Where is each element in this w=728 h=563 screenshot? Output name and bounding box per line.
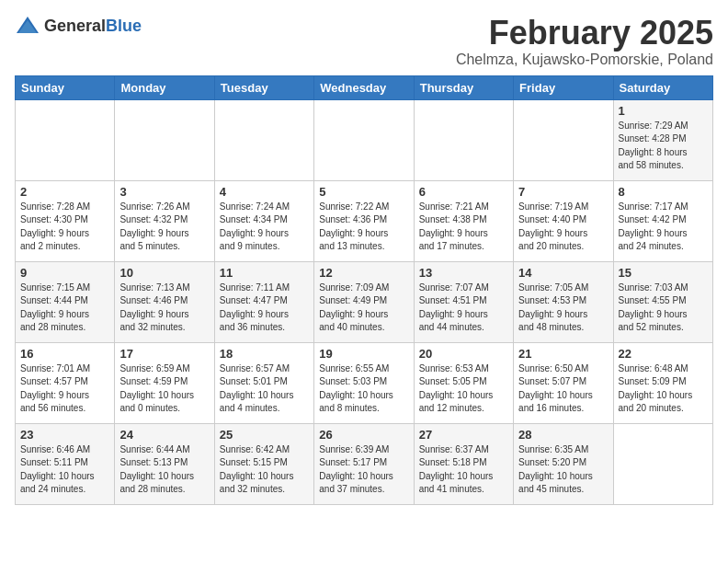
- day-number: 17: [119, 347, 209, 361]
- day-info: Sunrise: 7:28 AM Sunset: 4:30 PM Dayligh…: [20, 201, 109, 254]
- day-info: Sunrise: 6:48 AM Sunset: 5:09 PM Dayligh…: [619, 362, 708, 416]
- day-info: Sunrise: 7:03 AM Sunset: 4:55 PM Dayligh…: [619, 282, 708, 335]
- day-number: 14: [518, 266, 608, 280]
- calendar-header: SundayMondayTuesdayWednesdayThursdayFrid…: [16, 75, 713, 99]
- calendar-cell: 25Sunrise: 6:42 AM Sunset: 5:15 PM Dayli…: [214, 423, 313, 504]
- day-number: 8: [619, 185, 708, 199]
- day-info: Sunrise: 7:21 AM Sunset: 4:38 PM Dayligh…: [419, 201, 508, 254]
- page-header: GeneralBlue February 2025 Chelmza, Kujaw…: [15, 15, 713, 68]
- day-info: Sunrise: 6:35 AM Sunset: 5:20 PM Dayligh…: [518, 443, 608, 497]
- calendar-cell: 13Sunrise: 7:07 AM Sunset: 4:51 PM Dayli…: [414, 261, 513, 342]
- day-number: 15: [619, 266, 708, 280]
- day-number: 4: [220, 185, 309, 199]
- calendar-cell: 27Sunrise: 6:37 AM Sunset: 5:18 PM Dayli…: [414, 423, 513, 504]
- day-number: 22: [619, 347, 708, 361]
- calendar-cell: [16, 99, 115, 180]
- title-block: February 2025 Chelmza, Kujawsko-Pomorski…: [456, 15, 713, 68]
- calendar-cell: 17Sunrise: 6:59 AM Sunset: 4:59 PM Dayli…: [115, 342, 214, 423]
- calendar-cell: 9Sunrise: 7:15 AM Sunset: 4:44 PM Daylig…: [16, 261, 115, 342]
- day-info: Sunrise: 6:57 AM Sunset: 5:01 PM Dayligh…: [220, 362, 309, 416]
- day-info: Sunrise: 6:53 AM Sunset: 5:05 PM Dayligh…: [419, 362, 508, 416]
- day-number: 26: [319, 428, 408, 442]
- day-number: 2: [20, 185, 109, 199]
- calendar-cell: [314, 99, 414, 180]
- day-info: Sunrise: 7:07 AM Sunset: 4:51 PM Dayligh…: [419, 282, 508, 335]
- day-number: 13: [419, 266, 508, 280]
- day-info: Sunrise: 7:11 AM Sunset: 4:47 PM Dayligh…: [220, 282, 309, 335]
- day-number: 19: [319, 347, 408, 361]
- day-number: 24: [119, 428, 209, 442]
- day-number: 9: [20, 266, 109, 280]
- weekday-header: Saturday: [613, 75, 712, 99]
- calendar-cell: 12Sunrise: 7:09 AM Sunset: 4:49 PM Dayli…: [314, 261, 414, 342]
- calendar-body: 1Sunrise: 7:29 AM Sunset: 4:28 PM Daylig…: [16, 99, 713, 504]
- day-number: 25: [220, 428, 309, 442]
- calendar-cell: [214, 99, 313, 180]
- calendar-cell: 3Sunrise: 7:26 AM Sunset: 4:32 PM Daylig…: [115, 180, 214, 261]
- calendar-cell: 28Sunrise: 6:35 AM Sunset: 5:20 PM Dayli…: [514, 423, 613, 504]
- day-info: Sunrise: 7:13 AM Sunset: 4:46 PM Dayligh…: [119, 282, 209, 335]
- calendar-cell: [514, 99, 613, 180]
- day-info: Sunrise: 7:19 AM Sunset: 4:40 PM Dayligh…: [518, 201, 608, 254]
- day-number: 3: [119, 185, 209, 199]
- calendar-cell: 11Sunrise: 7:11 AM Sunset: 4:47 PM Dayli…: [214, 261, 313, 342]
- day-info: Sunrise: 7:15 AM Sunset: 4:44 PM Dayligh…: [20, 282, 109, 335]
- logo-text-general: General: [44, 17, 106, 35]
- calendar-cell: 21Sunrise: 6:50 AM Sunset: 5:07 PM Dayli…: [514, 342, 613, 423]
- calendar-cell: 5Sunrise: 7:22 AM Sunset: 4:36 PM Daylig…: [314, 180, 414, 261]
- calendar-cell: 6Sunrise: 7:21 AM Sunset: 4:38 PM Daylig…: [414, 180, 513, 261]
- weekday-header: Tuesday: [214, 75, 313, 99]
- day-number: 11: [220, 266, 309, 280]
- day-number: 16: [20, 347, 109, 361]
- calendar-cell: 18Sunrise: 6:57 AM Sunset: 5:01 PM Dayli…: [214, 342, 313, 423]
- day-number: 1: [619, 104, 708, 118]
- day-number: 20: [419, 347, 508, 361]
- calendar-cell: 10Sunrise: 7:13 AM Sunset: 4:46 PM Dayli…: [115, 261, 214, 342]
- day-info: Sunrise: 7:09 AM Sunset: 4:49 PM Dayligh…: [319, 282, 408, 335]
- day-info: Sunrise: 6:44 AM Sunset: 5:13 PM Dayligh…: [119, 443, 209, 497]
- day-info: Sunrise: 7:22 AM Sunset: 4:36 PM Dayligh…: [319, 201, 408, 254]
- calendar-cell: 19Sunrise: 6:55 AM Sunset: 5:03 PM Dayli…: [314, 342, 414, 423]
- day-info: Sunrise: 7:24 AM Sunset: 4:34 PM Dayligh…: [220, 201, 309, 254]
- calendar-cell: 24Sunrise: 6:44 AM Sunset: 5:13 PM Dayli…: [115, 423, 214, 504]
- day-info: Sunrise: 7:26 AM Sunset: 4:32 PM Dayligh…: [119, 201, 209, 254]
- weekday-header: Wednesday: [314, 75, 414, 99]
- logo: GeneralBlue: [15, 15, 142, 37]
- weekday-row: SundayMondayTuesdayWednesdayThursdayFrid…: [16, 75, 713, 99]
- logo-text-blue: Blue: [106, 17, 142, 35]
- day-number: 10: [119, 266, 209, 280]
- calendar-cell: 15Sunrise: 7:03 AM Sunset: 4:55 PM Dayli…: [613, 261, 712, 342]
- weekday-header: Friday: [514, 75, 613, 99]
- day-number: 7: [518, 185, 608, 199]
- calendar-cell: 14Sunrise: 7:05 AM Sunset: 4:53 PM Dayli…: [514, 261, 613, 342]
- calendar-cell: 23Sunrise: 6:46 AM Sunset: 5:11 PM Dayli…: [16, 423, 115, 504]
- calendar-cell: 16Sunrise: 7:01 AM Sunset: 4:57 PM Dayli…: [16, 342, 115, 423]
- calendar-cell: 22Sunrise: 6:48 AM Sunset: 5:09 PM Dayli…: [613, 342, 712, 423]
- calendar-cell: [115, 99, 214, 180]
- day-info: Sunrise: 6:50 AM Sunset: 5:07 PM Dayligh…: [518, 362, 608, 416]
- day-number: 23: [20, 428, 109, 442]
- calendar-cell: 7Sunrise: 7:19 AM Sunset: 4:40 PM Daylig…: [514, 180, 613, 261]
- calendar-week-row: 23Sunrise: 6:46 AM Sunset: 5:11 PM Dayli…: [16, 423, 713, 504]
- day-info: Sunrise: 6:37 AM Sunset: 5:18 PM Dayligh…: [419, 443, 508, 497]
- calendar-cell: 2Sunrise: 7:28 AM Sunset: 4:30 PM Daylig…: [16, 180, 115, 261]
- day-number: 18: [220, 347, 309, 361]
- weekday-header: Monday: [115, 75, 214, 99]
- calendar-cell: 8Sunrise: 7:17 AM Sunset: 4:42 PM Daylig…: [613, 180, 712, 261]
- calendar-week-row: 9Sunrise: 7:15 AM Sunset: 4:44 PM Daylig…: [16, 261, 713, 342]
- calendar-cell: [414, 99, 513, 180]
- day-number: 21: [518, 347, 608, 361]
- day-info: Sunrise: 7:29 AM Sunset: 4:28 PM Dayligh…: [619, 120, 708, 173]
- day-info: Sunrise: 6:46 AM Sunset: 5:11 PM Dayligh…: [20, 443, 109, 497]
- day-info: Sunrise: 6:42 AM Sunset: 5:15 PM Dayligh…: [220, 443, 309, 497]
- calendar-cell: 1Sunrise: 7:29 AM Sunset: 4:28 PM Daylig…: [613, 99, 712, 180]
- day-number: 28: [518, 428, 608, 442]
- calendar-week-row: 16Sunrise: 7:01 AM Sunset: 4:57 PM Dayli…: [16, 342, 713, 423]
- location-title: Chelmza, Kujawsko-Pomorskie, Poland: [456, 52, 713, 68]
- weekday-header: Thursday: [414, 75, 513, 99]
- calendar-cell: 4Sunrise: 7:24 AM Sunset: 4:34 PM Daylig…: [214, 180, 313, 261]
- day-number: 27: [419, 428, 508, 442]
- calendar-cell: 26Sunrise: 6:39 AM Sunset: 5:17 PM Dayli…: [314, 423, 414, 504]
- day-number: 5: [319, 185, 408, 199]
- day-info: Sunrise: 6:39 AM Sunset: 5:17 PM Dayligh…: [319, 443, 408, 497]
